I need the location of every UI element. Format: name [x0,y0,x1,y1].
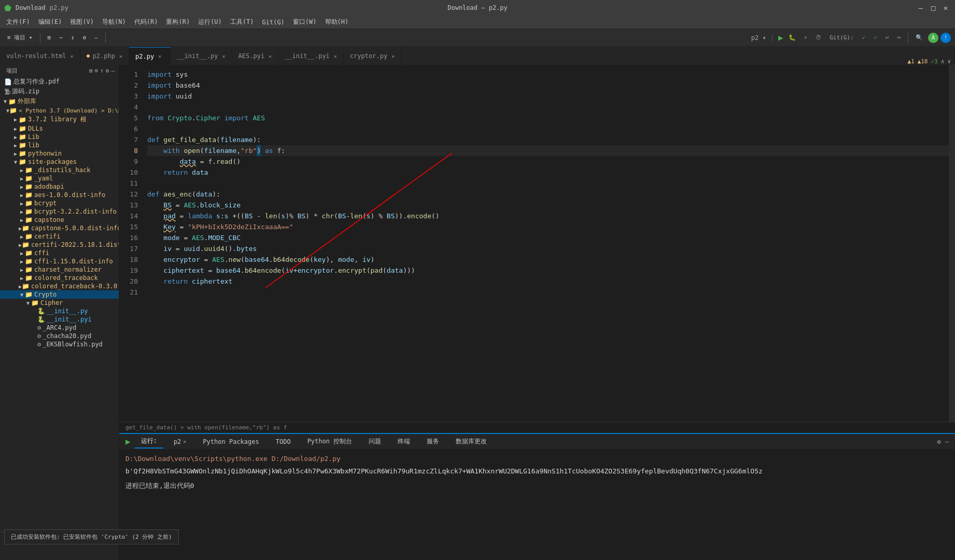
menu-git[interactable]: Git(G) [258,18,289,27]
terminal-tab-terminal[interactable]: 终端 [391,435,416,448]
git-check2[interactable]: ✓ [870,33,880,42]
tree-bcrypt-dist[interactable]: ▶ 📁 bcrypt-3.2.2.dist-info [0,207,119,216]
menu-code[interactable]: 代码(R) [130,17,162,27]
tree-colored-tb-dist[interactable]: ▶ 📁 colored_traceback-0.3.0.dist-i [0,282,119,290]
tree-certifi[interactable]: ▶ 📁 certifi [0,232,119,241]
terminal-tab-todo[interactable]: TODO [270,436,297,447]
tab-cryptor[interactable]: cryptor.py ✕ [344,47,401,65]
tree-cffi-dist[interactable]: ▶ 📁 cffi-1.15.0.dist-info [0,257,119,265]
git-redo[interactable]: ↪ [894,33,904,42]
tree-site-packages[interactable]: ▼ 📁 site-packages [0,158,119,166]
terminal-tab-python-packages[interactable]: Python Packages [196,436,265,447]
terminal-tab-services[interactable]: 服务 [420,435,445,448]
sidebar-icon-minus[interactable]: — [111,67,115,74]
tree-crypto[interactable]: ▼ 📁 Crypto [0,290,119,299]
toolbar-git-btn[interactable]: Git(G): [826,33,856,42]
minimize-button[interactable]: — [916,3,926,13]
branch-dropdown[interactable]: p2 ▾ [751,34,766,41]
tree-chacha20[interactable]: ⚙ _chacha20.pyd [0,332,119,340]
tree-item-ext-lib[interactable]: ▼ 📁 外部库 [0,96,119,106]
project-btn[interactable]: ≡ 项目 ▾ [4,33,36,43]
git-check1[interactable]: ✓ [859,33,869,42]
tab-init-py[interactable]: __init__.py ✕ [171,47,232,65]
coverage-button[interactable]: ⚡ [801,33,811,42]
tree-certifi-dist[interactable]: ▶ 📁 certifi-2022.5.18.1.dist-info [0,241,119,249]
git-undo[interactable]: ↩ [882,33,892,42]
debug-button[interactable]: 🐛 [785,33,799,42]
tree-eksblowfish[interactable]: ⚙ _EKSBlowfish.pyd [0,340,119,348]
update-btn[interactable]: ! [940,33,951,43]
toolbar-icon1[interactable]: ⊞ [45,33,54,42]
tree-capstone[interactable]: ▶ 📁 capstone [0,216,119,224]
tab-p2php[interactable]: p2.php ✕ [80,47,129,65]
menu-refactor[interactable]: 重构(R) [162,17,194,27]
menu-nav[interactable]: 导航(N) [98,17,130,27]
scroll-up[interactable]: ∧ [941,58,945,65]
toolbar-icon5[interactable]: — [91,33,101,42]
sidebar-section-header[interactable]: 项目 ⊞ ≡ ↑ ⚙ — [0,65,119,77]
terminal-content[interactable]: D:\Download\venv\Scripts\python.exe D:/D… [119,450,955,560]
tree-aes-dist[interactable]: ▶ 📁 aes-1.0.0.dist-info [0,191,119,199]
tab-close[interactable]: ✕ [119,53,122,59]
tree-cipher[interactable]: ▼ 📁 Cipher [0,299,119,307]
close-button[interactable]: ✕ [940,3,951,13]
tab-init-pyi[interactable]: __init__.pyi ✕ [278,47,344,65]
close-panel-icon[interactable]: — [945,438,949,445]
tab-close[interactable]: ✕ [158,53,161,59]
tree-python-root[interactable]: ▼ 📁 < Python 3.7 (Download) > D:\Do... [0,106,119,115]
tab-close[interactable]: ✕ [222,53,226,59]
tree-yaml[interactable]: ▶ 📁 _yaml [0,174,119,183]
sidebar-icon-gear[interactable]: ⚙ [106,67,109,74]
tree-capstone-dist[interactable]: ▶ 📁 capstone-5.0.0.dist-info [0,224,119,232]
sidebar-icon-cog[interactable]: ⊞ [89,67,93,74]
menu-run[interactable]: 运行(U) [194,17,226,27]
sidebar-icon-list[interactable]: ≡ [95,67,99,74]
run-button[interactable]: ▶ [778,33,783,43]
tab-vuln-reslut[interactable]: vuln-reslut.html ✕ [0,47,80,65]
tab-close[interactable]: ✕ [269,53,272,59]
search-toolbar-btn[interactable]: 🔍 [912,33,926,42]
menu-tools[interactable]: 工具(T) [226,17,258,27]
user-btn[interactable]: A [928,33,938,43]
tree-dlls[interactable]: ▶ 📁 DLLs [0,124,119,133]
menu-window[interactable]: 窗口(W) [289,17,321,27]
menu-file[interactable]: 文件(F) [2,17,34,27]
menu-edit[interactable]: 编辑(E) [34,17,66,27]
tree-item-zip[interactable]: 🗜 源码.zip [0,87,119,96]
tree-arc4[interactable]: ⚙ _ARC4.pyd [0,324,119,332]
terminal-tab-run[interactable]: 运行: [135,435,163,449]
tree-cffi[interactable]: ▶ 📁 cffi [0,249,119,257]
tree-372[interactable]: ▶ 📁 3.7.2 library 根 [0,115,119,124]
menu-help[interactable]: 帮助(H) [321,17,353,27]
terminal-tab-python-console[interactable]: Python 控制台 [301,435,359,448]
tree-item-pdf[interactable]: 📄 总复习作业.pdf [0,77,119,87]
tab-close[interactable]: ✕ [391,53,395,59]
tab-p2py[interactable]: p2.py ✕ [129,47,171,65]
tab-aes-pyi[interactable]: AES.pyi ✕ [232,47,279,65]
tree-charset[interactable]: ▶ 📁 charset_normalizer [0,265,119,274]
tree-init-py[interactable]: 🐍 __init__.py [0,307,119,315]
tree-bcrypt[interactable]: ▶ 📁 bcrypt [0,199,119,207]
profile-button[interactable]: ⏱ [812,33,824,42]
terminal-tab-problems[interactable]: 问题 [362,435,387,448]
tab-close[interactable]: ✕ [334,53,337,59]
terminal-tab-db[interactable]: 数据库更改 [450,435,493,448]
tree-distutils-hack[interactable]: ▶ 📁 _distutils_hack [0,166,119,174]
toolbar-icon4[interactable]: ⚙ [79,33,89,42]
tree-lib-cap[interactable]: ▶ 📁 Lib [0,133,119,141]
toolbar-icon2[interactable]: ⋯ [56,33,66,42]
scrollbar[interactable] [949,65,955,422]
tree-colored-tb[interactable]: ▶ 📁 colored_traceback [0,274,119,282]
terminal-tab-p2[interactable]: p2 ✕ [167,436,192,447]
tab-close[interactable]: ✕ [71,53,74,59]
scroll-down[interactable]: ∨ [947,58,951,65]
tree-init-pyi[interactable]: 🐍 __init__.pyi [0,315,119,324]
code-area[interactable]: import sys import base64 import uuid fro… [141,65,949,422]
tree-lib-lower[interactable]: ▶ 📁 lib [0,141,119,149]
toolbar-icon3[interactable]: ↕ [68,33,78,42]
settings-icon[interactable]: ⚙ [937,438,941,445]
menu-view[interactable]: 视图(V) [66,17,98,27]
tree-adodbapi[interactable]: ▶ 📁 adodbapi [0,183,119,191]
sidebar-icon-up[interactable]: ↑ [100,67,104,74]
maximize-button[interactable]: □ [928,3,938,13]
